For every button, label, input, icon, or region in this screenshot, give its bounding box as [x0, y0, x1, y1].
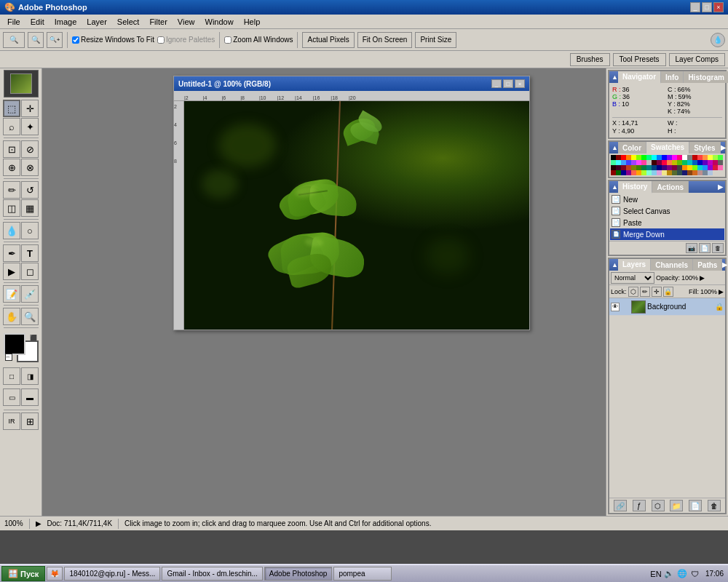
tray-lang[interactable]: EN — [650, 568, 662, 580]
eyedropper-icon[interactable]: 💧 — [711, 33, 725, 47]
menu-help[interactable]: Help — [240, 16, 265, 28]
zoom-tool[interactable]: 🔍 — [21, 308, 39, 325]
swatch-color[interactable] — [631, 170, 636, 175]
text-tool[interactable]: T — [21, 244, 39, 262]
swatch-color[interactable] — [667, 155, 672, 160]
taskbar-qip[interactable]: 1840102@qip.ru] - Mess... — [64, 567, 160, 581]
swatch-color[interactable] — [636, 155, 641, 160]
layers-panel-menu[interactable]: ▶ — [722, 261, 727, 268]
swatch-color[interactable] — [626, 170, 631, 175]
swatch-color[interactable] — [626, 155, 631, 160]
fullscreen-btn[interactable]: ▬ — [21, 388, 39, 406]
swatch-color[interactable] — [616, 165, 621, 170]
swatch-color[interactable] — [641, 155, 646, 160]
swatch-color[interactable] — [662, 155, 667, 160]
tab-color[interactable]: Color — [618, 142, 646, 154]
canvas-area[interactable]: Untitled-1 @ 100% (RGB/8) _ □ × |2|4|6|8… — [42, 68, 606, 516]
swap-colors-icon[interactable]: ↔ — [5, 354, 12, 361]
foreground-color-swatch[interactable] — [4, 333, 25, 355]
history-new-document-btn[interactable]: 📄 — [699, 243, 711, 253]
slice-tool[interactable]: ⊘ — [21, 140, 39, 158]
gradient-tool[interactable]: ▦ — [21, 199, 39, 217]
swatch-color[interactable] — [687, 160, 692, 165]
resize-windows-checkbox[interactable] — [72, 36, 79, 44]
swatch-color[interactable] — [652, 165, 657, 170]
swatch-color[interactable] — [667, 170, 672, 175]
marquee-tool[interactable]: ⬚ — [3, 100, 20, 117]
swatch-color[interactable] — [631, 165, 636, 170]
swatch-color[interactable] — [662, 165, 667, 170]
move-tool[interactable]: ✛ — [21, 100, 39, 117]
tab-info[interactable]: Info — [661, 71, 684, 83]
tab-layers[interactable]: Layers — [618, 259, 651, 271]
notes-tool[interactable]: 📝 — [3, 285, 20, 303]
blur-tool[interactable]: 💧 — [3, 222, 20, 239]
tab-history[interactable]: History — [618, 181, 652, 194]
eraser-tool[interactable]: ◫ — [3, 199, 20, 217]
layer-style-btn[interactable]: ƒ — [633, 500, 646, 511]
swatch-color[interactable] — [636, 170, 641, 175]
swatch-color[interactable] — [621, 160, 626, 165]
swatch-color[interactable] — [657, 160, 662, 165]
tab-actions[interactable]: Actions — [652, 181, 689, 193]
layer-mask-btn[interactable]: ⬡ — [652, 500, 665, 511]
swatch-color[interactable] — [718, 165, 723, 170]
taskbar-firefox[interactable]: 🦊 — [47, 567, 63, 581]
quickmask-mode-btn[interactable]: ◨ — [21, 367, 39, 385]
default-colors-icon[interactable]: ⬛ — [30, 335, 37, 341]
tool-options-icon[interactable]: 🔍 — [3, 32, 25, 48]
zoom-in-btn[interactable]: 🔍+ — [47, 32, 63, 48]
color-panel-menu[interactable]: ▶ — [721, 144, 726, 151]
opacity-arrow[interactable]: ▶ — [700, 274, 705, 282]
swatch-color[interactable] — [703, 155, 708, 160]
swatch-color[interactable] — [626, 160, 631, 165]
swatch-color[interactable] — [621, 165, 626, 170]
swatch-color[interactable] — [631, 160, 636, 165]
history-delete-btn[interactable]: 🗑 — [712, 243, 724, 253]
print-size-btn[interactable]: Print Size — [415, 32, 456, 48]
swatch-color[interactable] — [636, 165, 641, 170]
swatch-color[interactable] — [677, 165, 682, 170]
crop-tool[interactable]: ⊡ — [3, 140, 20, 158]
swatch-color[interactable] — [697, 155, 703, 160]
swatch-color[interactable] — [687, 170, 692, 175]
swatch-color[interactable] — [667, 160, 672, 165]
lasso-tool[interactable]: ⌕ — [3, 118, 20, 135]
swatch-color[interactable] — [697, 170, 703, 175]
heal-tool[interactable]: ⊕ — [3, 159, 20, 176]
swatch-color[interactable] — [692, 170, 697, 175]
imageready-btn[interactable]: IR — [3, 412, 20, 430]
menu-file[interactable]: File — [3, 16, 25, 28]
swatch-color[interactable] — [652, 170, 657, 175]
blend-mode-select[interactable]: Normal Multiply Screen — [611, 272, 654, 284]
tab-channels[interactable]: Channels — [651, 259, 693, 271]
swatch-color[interactable] — [718, 160, 723, 165]
swatch-color[interactable] — [687, 165, 692, 170]
menu-image[interactable]: Image — [50, 16, 82, 28]
layer-visibility-icon[interactable]: 👁 — [611, 303, 620, 311]
swatch-color[interactable] — [718, 155, 723, 160]
swatch-color[interactable] — [646, 160, 652, 165]
swatch-color[interactable] — [703, 160, 708, 165]
swatch-color[interactable] — [682, 165, 687, 170]
swatch-color[interactable] — [672, 160, 677, 165]
layer-new-group-btn[interactable]: 📁 — [670, 500, 683, 511]
swatch-color[interactable] — [616, 160, 621, 165]
swatch-color[interactable] — [652, 155, 657, 160]
swatch-color[interactable] — [616, 155, 621, 160]
swatch-color[interactable] — [621, 170, 626, 175]
tab-swatches[interactable]: Swatches — [646, 142, 689, 154]
swatch-color[interactable] — [672, 170, 677, 175]
history-item-mergedown[interactable]: 📄 Merge Down — [610, 228, 724, 240]
swatch-color[interactable] — [677, 170, 682, 175]
swatch-color[interactable] — [611, 170, 616, 175]
history-item-paste[interactable]: 📄 Paste — [610, 217, 724, 228]
swatch-color[interactable] — [611, 165, 616, 170]
swatch-color[interactable] — [667, 165, 672, 170]
hand-tool[interactable]: ✋ — [3, 308, 20, 325]
swatch-color[interactable] — [646, 170, 652, 175]
menu-edit[interactable]: Edit — [26, 16, 49, 28]
lock-image-btn[interactable]: ✏ — [640, 287, 650, 297]
standard-mode-btn[interactable]: □ — [3, 367, 20, 385]
fill-arrow[interactable]: ▶ — [719, 288, 724, 295]
